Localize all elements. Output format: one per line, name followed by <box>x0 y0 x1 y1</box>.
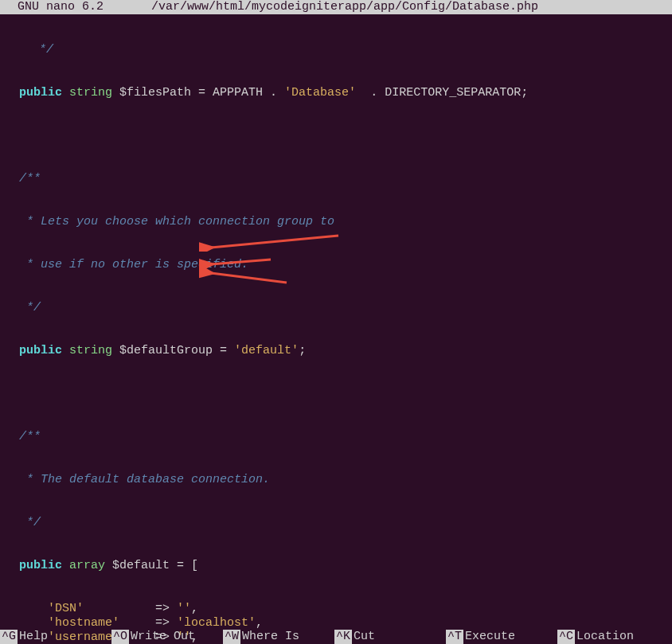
shortcut-location[interactable]: ^C Location <box>557 630 640 644</box>
shortcut-where-is[interactable]: ^W Where Is <box>223 630 306 644</box>
comment-line: */ <box>3 43 53 57</box>
svg-line-5 <box>211 273 287 283</box>
editor-area[interactable]: */ public string $filesPath = APPPATH . … <box>0 14 672 644</box>
svg-line-1 <box>211 236 338 248</box>
comment-line: /** <box>19 172 41 185</box>
title-bar: GNU nano 6.2 /var/www/html/mycodeigniter… <box>0 0 672 14</box>
comment-line: * Lets you choose which connection group… <box>19 215 334 228</box>
shortcut-cut[interactable]: ^K Cut <box>334 630 381 644</box>
code-line: public array $default = [ <box>3 559 669 573</box>
shortcut-write-out[interactable]: ^O Write Out <box>111 630 201 644</box>
code-line: public string $filesPath = APPPATH . 'Da… <box>3 86 669 100</box>
shortcut-bar: ^G Help^O Write Out^W Where Is^K Cut^T E… <box>0 630 672 644</box>
annotation-arrow-icon <box>199 228 342 252</box>
comment-line: */ <box>19 301 41 314</box>
comment-line: * use if no other is specified. <box>19 258 248 271</box>
shortcut-execute[interactable]: ^T Execute <box>446 630 522 644</box>
comment-line: /** <box>19 430 41 443</box>
comment-line: * The default database connection. <box>19 473 270 486</box>
array-entry: 'DSN' => '', <box>3 602 669 616</box>
array-entry: 'hostname' => 'localhost', <box>3 616 669 630</box>
comment-line: */ <box>19 516 41 529</box>
code-line: public string $defaultGroup = 'default'; <box>3 344 669 358</box>
shortcut-help[interactable]: ^G Help <box>0 630 54 644</box>
app-name: GNU nano 6.2 <box>0 0 104 14</box>
file-path: /var/www/html/mycodeigniterapp/app/Confi… <box>151 0 538 14</box>
